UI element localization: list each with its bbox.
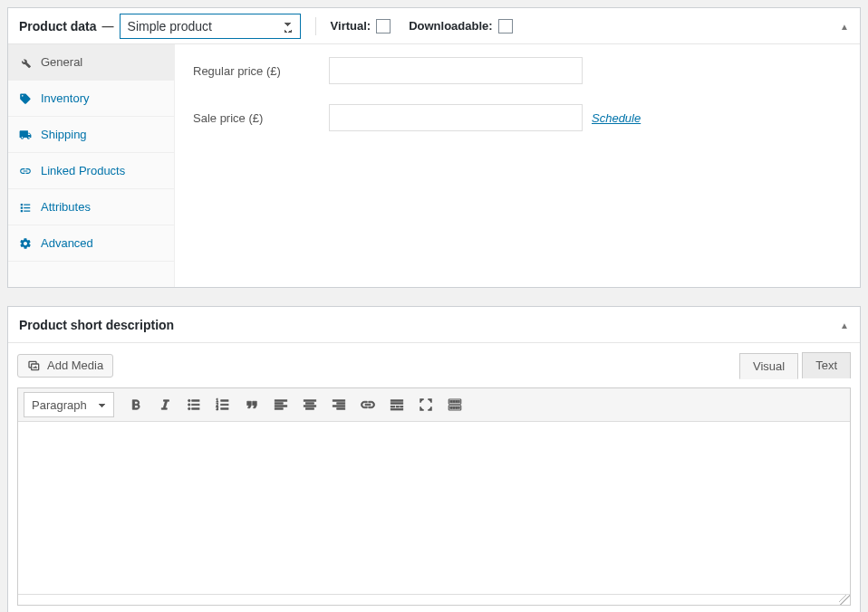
media-icon [27,359,42,373]
tab-attributes-label: Attributes [41,200,91,214]
virtual-checkbox[interactable] [376,19,391,33]
svg-rect-3 [192,400,199,402]
sale-price-label: Sale price (£) [193,111,329,125]
tab-advanced[interactable]: Advanced [8,225,174,262]
collapse-toggle-icon[interactable]: ▲ [840,21,849,31]
divider [315,17,316,35]
resize-handle[interactable] [18,594,850,605]
svg-rect-38 [456,406,458,408]
tag-icon [19,92,32,105]
svg-rect-27 [396,406,399,408]
svg-rect-29 [391,409,403,411]
editor-textarea[interactable] [18,422,850,594]
svg-rect-34 [458,401,460,403]
bold-button[interactable] [123,392,149,417]
format-select[interactable]: Paragraph [24,392,114,417]
sale-price-row: Sale price (£) Schedule [193,104,842,131]
svg-rect-24 [391,400,403,402]
numbered-list-button[interactable]: 123 [210,392,236,417]
svg-rect-26 [391,406,395,408]
fullscreen-button[interactable] [413,392,439,417]
product-data-tabs: General Inventory Shipping Linked Produc… [8,44,175,287]
short-description-panel: Product short description ▲ Add Media Vi… [7,306,861,612]
editor-top-row: Add Media Visual Text [17,352,851,378]
collapse-toggle-icon[interactable]: ▲ [840,320,849,330]
product-data-body: General Inventory Shipping Linked Produc… [8,44,860,287]
tab-linked-label: Linked Products [41,164,125,177]
svg-rect-17 [306,403,314,405]
blockquote-button[interactable] [239,392,265,417]
svg-rect-31 [450,401,452,403]
tab-linked-products[interactable]: Linked Products [8,153,174,189]
wrench-icon [19,56,32,69]
svg-rect-33 [456,401,458,403]
bullet-list-button[interactable] [181,392,207,417]
italic-button[interactable] [152,392,178,417]
tab-inventory[interactable]: Inventory [8,81,174,117]
svg-rect-22 [333,406,345,407]
tab-advanced-label: Advanced [41,236,93,250]
product-data-title: Product data [19,19,97,33]
product-data-header: Product data — Simple product Virtual: D… [8,8,860,44]
svg-rect-18 [304,406,316,407]
virtual-label: Virtual: [331,19,371,33]
tab-general-label: General [41,55,82,69]
title-dash: — [102,19,114,33]
svg-rect-23 [337,408,345,410]
svg-rect-14 [275,406,287,407]
svg-rect-11 [221,408,228,410]
product-type-select[interactable]: Simple product [120,14,301,39]
svg-rect-13 [275,403,283,405]
insert-link-button[interactable] [355,392,381,417]
schedule-link[interactable]: Schedule [592,111,641,125]
list-icon [19,201,32,214]
align-center-button[interactable] [297,392,323,417]
svg-rect-5 [192,408,199,410]
truck-icon [19,129,32,141]
svg-rect-9 [221,400,228,402]
short-description-title: Product short description [19,318,174,332]
svg-rect-36 [450,406,452,408]
gear-icon [19,237,32,250]
tab-inventory-label: Inventory [41,91,89,105]
tab-content-general: Regular price (£) Sale price (£) Schedul… [175,44,860,287]
editor-mode-tabs: Visual Text [739,352,851,378]
downloadable-checkbox[interactable] [498,19,513,33]
svg-rect-19 [306,408,314,410]
svg-rect-15 [275,408,283,410]
regular-price-row: Regular price (£) [193,57,842,84]
editor-wrapper: Paragraph 123 [17,387,851,606]
svg-rect-20 [333,400,345,402]
align-left-button[interactable] [268,392,294,417]
svg-rect-28 [400,406,403,408]
virtual-checkbox-group[interactable]: Virtual: [331,19,391,33]
tab-shipping-label: Shipping [41,128,87,141]
insert-more-button[interactable] [384,392,410,417]
downloadable-label: Downloadable: [409,19,492,33]
add-media-label: Add Media [47,359,103,372]
svg-text:3: 3 [217,406,219,411]
svg-rect-4 [192,404,199,406]
link-icon [19,165,32,177]
sale-price-input[interactable] [329,104,583,131]
regular-price-input[interactable] [329,57,583,84]
align-right-button[interactable] [326,392,352,417]
product-data-panel: Product data — Simple product Virtual: D… [7,7,861,288]
downloadable-checkbox-group[interactable]: Downloadable: [409,19,512,33]
tab-attributes[interactable]: Attributes [8,189,174,225]
tab-shipping[interactable]: Shipping [8,117,174,153]
svg-point-2 [188,407,190,409]
short-description-body: Add Media Visual Text Paragraph 123 [8,343,860,612]
editor-toolbar: Paragraph 123 [18,388,850,422]
svg-rect-37 [453,406,455,408]
svg-point-0 [188,399,190,401]
svg-rect-16 [304,400,316,402]
editor-tab-visual[interactable]: Visual [739,353,798,379]
editor-tab-text[interactable]: Text [802,352,851,378]
tab-general[interactable]: General [8,44,174,81]
svg-rect-25 [391,403,403,405]
svg-rect-39 [458,406,460,408]
svg-rect-32 [453,401,455,403]
toolbar-toggle-button[interactable] [442,392,468,417]
add-media-button[interactable]: Add Media [17,354,113,378]
